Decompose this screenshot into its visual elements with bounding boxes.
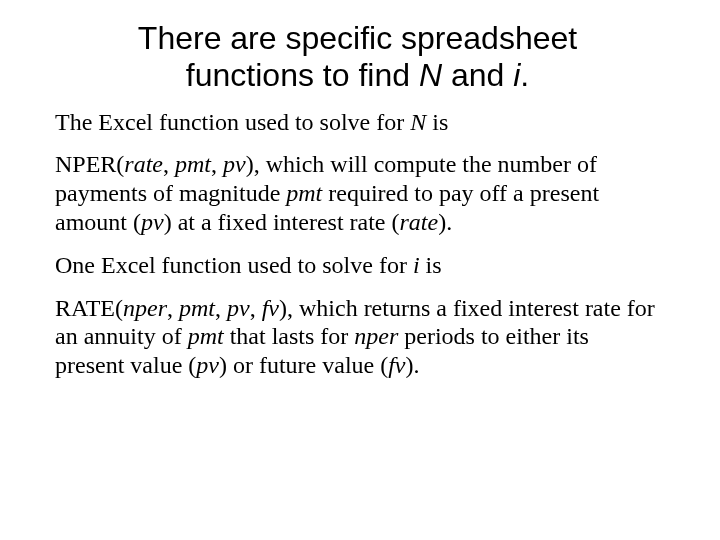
title-line2b: and — [442, 57, 513, 93]
p3-var-i: i — [413, 252, 420, 278]
p4-e: , — [215, 295, 227, 321]
p2-pv: pv — [223, 151, 246, 177]
p2-c: , — [163, 151, 175, 177]
title-line2c: . — [520, 57, 529, 93]
p4-q: ). — [406, 352, 420, 378]
p1-text-a: The Excel function used to solve for — [55, 109, 410, 135]
p4-a: RATE( — [55, 295, 123, 321]
para-1: The Excel function used to solve for N i… — [55, 108, 660, 137]
p2-pmt: pmt — [175, 151, 211, 177]
p4-nper: nper — [123, 295, 167, 321]
para-3: One Excel function used to solve for i i… — [55, 251, 660, 280]
p1-var-n: N — [410, 109, 426, 135]
p4-nper2: nper — [354, 323, 398, 349]
p3-b: is — [420, 252, 442, 278]
para-4: RATE(nper, pmt, pv, fv), which returns a… — [55, 294, 660, 380]
slide-body: The Excel function used to solve for N i… — [55, 108, 660, 380]
p3-a: One Excel function used to solve for — [55, 252, 413, 278]
p1-text-b: is — [426, 109, 448, 135]
p2-m: ). — [438, 209, 452, 235]
para-2: NPER(rate, pmt, pv), which will compute … — [55, 150, 660, 236]
p2-pmt2: pmt — [286, 180, 322, 206]
title-line2a: functions to find — [186, 57, 419, 93]
title-var-n: N — [419, 57, 442, 93]
p4-o: ) or future value ( — [219, 352, 388, 378]
p2-e: , — [211, 151, 223, 177]
p2-a: NPER( — [55, 151, 124, 177]
title-line1: There are specific spreadsheet — [138, 20, 577, 56]
p4-pmt: pmt — [179, 295, 215, 321]
slide-title: There are specific spreadsheet functions… — [55, 20, 660, 94]
p4-c: , — [167, 295, 179, 321]
slide: There are specific spreadsheet functions… — [0, 0, 720, 540]
p4-pmt2: pmt — [188, 323, 224, 349]
p4-pv: pv — [227, 295, 250, 321]
p4-g: , — [250, 295, 262, 321]
p4-pv2: pv — [196, 352, 219, 378]
p2-pv2: pv — [141, 209, 164, 235]
p2-k: ) at a fixed interest rate ( — [164, 209, 400, 235]
p4-fv2: fv — [388, 352, 405, 378]
p4-k: that lasts for — [224, 323, 355, 349]
p2-rate: rate — [124, 151, 163, 177]
p2-rate2: rate — [400, 209, 439, 235]
p4-fv: fv — [262, 295, 279, 321]
